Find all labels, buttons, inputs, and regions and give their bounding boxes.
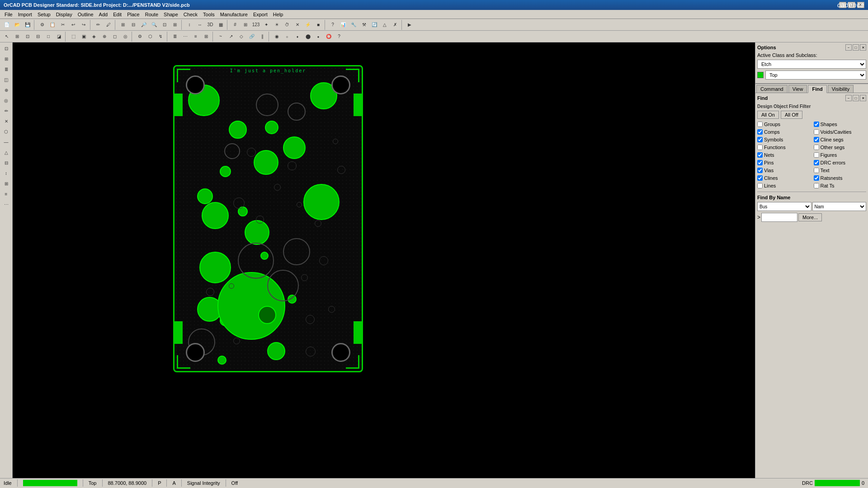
left-btn-13[interactable]: ↕ — [1, 168, 11, 178]
btn2-4[interactable]: ⊟ — [33, 32, 43, 42]
all-on-button[interactable]: All On — [757, 111, 779, 119]
left-btn-15[interactable]: ≡ — [1, 189, 11, 199]
btn2-5[interactable]: □ — [43, 32, 53, 42]
btn2-22[interactable]: ◇ — [236, 32, 246, 42]
nets-checkbox[interactable] — [757, 152, 763, 158]
top-dropdown[interactable]: Top — [765, 70, 866, 80]
left-btn-6[interactable]: ◎ — [1, 95, 11, 105]
menu-manufacture[interactable]: Manufacture — [217, 11, 250, 18]
menu-shape[interactable]: Shape — [161, 11, 181, 18]
name-select[interactable]: Nam — [812, 202, 867, 211]
btn2-27[interactable]: ⬧ — [292, 32, 302, 42]
btn-t27[interactable]: △ — [380, 20, 390, 30]
btn-t22[interactable]: ■ — [313, 20, 323, 30]
btn-t13[interactable]: ↔ — [195, 20, 205, 30]
btn-zoom-fit[interactable]: ⊡ — [160, 20, 170, 30]
btn2-9[interactable]: ◈ — [89, 32, 99, 42]
btn-t15[interactable]: ⊞ — [241, 20, 250, 30]
btn-t19[interactable]: ⏱ — [282, 20, 292, 30]
left-btn-14[interactable]: ⊞ — [1, 178, 11, 188]
ratsnests-checkbox[interactable] — [814, 175, 819, 181]
pins-checkbox[interactable] — [757, 160, 763, 165]
btn-t3[interactable]: ✂ — [58, 20, 68, 30]
btn2-2[interactable]: ⊞ — [12, 32, 22, 42]
etch-dropdown[interactable]: Etch — [757, 60, 866, 69]
btn-t8[interactable]: ⊞ — [118, 20, 128, 30]
new-btn[interactable]: 📄 — [2, 20, 12, 30]
btn2-16[interactable]: ≣ — [170, 32, 180, 42]
btn-t24[interactable]: 🔧 — [349, 20, 359, 30]
all-off-button[interactable]: All Off — [781, 111, 802, 119]
other-segs-checkbox[interactable] — [814, 145, 819, 150]
btn2-25[interactable]: ◉ — [272, 32, 282, 42]
left-btn-10[interactable]: — — [1, 137, 11, 147]
btn-t17[interactable]: ✦ — [261, 20, 271, 30]
shapes-checkbox[interactable] — [814, 122, 819, 127]
btn2-8[interactable]: ▣ — [79, 32, 89, 42]
btn2-23[interactable]: 🔗 — [247, 32, 257, 42]
btn-help[interactable]: ? — [328, 20, 338, 30]
left-btn-5[interactable]: ⊕ — [1, 85, 11, 95]
left-btn-8[interactable]: ✕ — [1, 116, 11, 126]
options-min-btn[interactable]: − — [845, 44, 852, 51]
btn2-28[interactable]: ⬤ — [303, 32, 313, 42]
more-button[interactable]: More... — [798, 213, 822, 221]
menu-file[interactable]: File — [2, 11, 15, 18]
find-min-btn[interactable]: − — [845, 95, 852, 101]
canvas-area[interactable]: I'm just a pen_holder — [13, 42, 755, 478]
menu-check[interactable]: Check — [181, 11, 200, 18]
btn2-24[interactable]: ∥ — [257, 32, 267, 42]
btn-t7[interactable]: 🖊 — [104, 20, 113, 30]
menu-tools[interactable]: Tools — [200, 11, 217, 18]
tab-command[interactable]: Command — [756, 85, 788, 93]
symbols-checkbox[interactable] — [757, 137, 763, 142]
btn-t28[interactable]: ✗ — [390, 20, 400, 30]
menu-route[interactable]: Route — [142, 11, 161, 18]
left-btn-1[interactable]: ⊡ — [1, 43, 11, 53]
btn2-6[interactable]: ◪ — [54, 32, 64, 42]
btn2-13[interactable]: ⚙ — [135, 32, 145, 42]
find-text-input[interactable] — [761, 213, 797, 222]
text-checkbox[interactable] — [814, 168, 819, 173]
left-btn-16[interactable]: ⋯ — [1, 199, 11, 209]
menu-export[interactable]: Export — [250, 11, 270, 18]
btn2-7[interactable]: ⬚ — [68, 32, 78, 42]
find-close-btn[interactable]: ✕ — [860, 95, 866, 101]
menu-display[interactable]: Display — [53, 11, 75, 18]
btn-t9[interactable]: ⊟ — [128, 20, 138, 30]
btn-t16[interactable]: 123 — [251, 20, 261, 30]
btn-t18[interactable]: ☀ — [272, 20, 282, 30]
left-btn-3[interactable]: ≣ — [1, 64, 11, 74]
tab-visibility[interactable]: Visibility — [828, 85, 854, 93]
btn-t11[interactable]: 🔍 — [149, 20, 159, 30]
btn2-29[interactable]: ⬥ — [313, 32, 323, 42]
menu-add[interactable]: Add — [96, 11, 111, 18]
lines-checkbox[interactable] — [757, 183, 763, 188]
btn-t26[interactable]: 🔄 — [369, 20, 379, 30]
btn2-19[interactable]: ⊞ — [201, 32, 211, 42]
btn-t20[interactable]: ✕ — [292, 20, 302, 30]
find-restore-btn[interactable]: □ — [853, 95, 859, 101]
btn-3d[interactable]: 3D — [205, 20, 215, 30]
groups-checkbox[interactable] — [757, 122, 763, 127]
left-btn-2[interactable]: ⊞ — [1, 54, 11, 64]
btn2-20[interactable]: ~ — [216, 32, 226, 42]
menu-outline[interactable]: Outline — [75, 11, 96, 18]
btn-t23[interactable]: 📊 — [338, 20, 348, 30]
bus-select[interactable]: Bus — [757, 202, 811, 211]
btn2-18[interactable]: ≡ — [191, 32, 201, 42]
menu-edit[interactable]: Edit — [110, 11, 124, 18]
btn2-14[interactable]: ⬡ — [145, 32, 155, 42]
btn-t4[interactable]: ↩ — [68, 20, 78, 30]
btn2-15[interactable]: ↯ — [156, 32, 165, 42]
tab-find[interactable]: Find — [808, 85, 826, 93]
btn2-1[interactable]: ↖ — [2, 32, 12, 42]
btn-t6[interactable]: ✏ — [93, 20, 103, 30]
voids-checkbox[interactable] — [814, 129, 819, 135]
left-btn-7[interactable]: ✏ — [1, 106, 11, 116]
open-btn[interactable]: 📂 — [12, 20, 22, 30]
btn-t1[interactable]: ⚙ — [37, 20, 47, 30]
btn-t14[interactable]: ▦ — [216, 20, 226, 30]
btn2-10[interactable]: ⊕ — [99, 32, 109, 42]
btn2-30[interactable]: ⭕ — [324, 32, 334, 42]
